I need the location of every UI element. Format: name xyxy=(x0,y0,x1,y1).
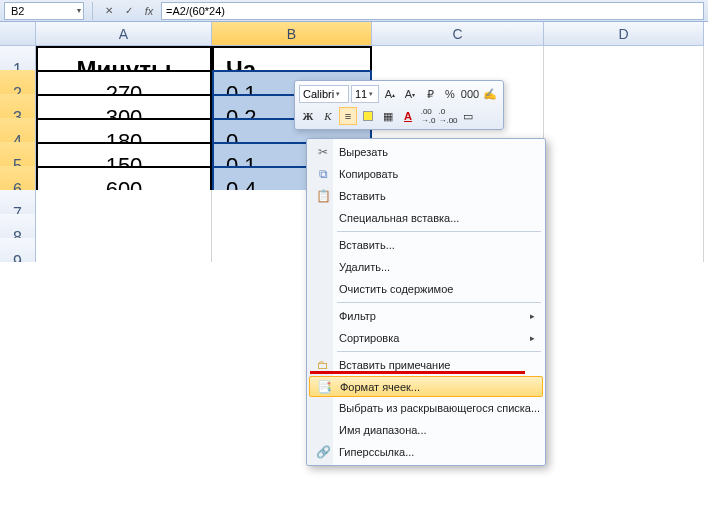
menu-paste-special-label: Специальная вставка... xyxy=(339,212,459,224)
fx-button[interactable]: fx xyxy=(141,3,157,19)
copy-icon: ⧉ xyxy=(313,166,333,182)
shrink-font-button[interactable]: A▾ xyxy=(401,85,419,103)
format-painter-button[interactable]: ✍ xyxy=(481,85,499,103)
align-center-button[interactable]: ≡ xyxy=(339,107,357,125)
percent-format-button[interactable]: % xyxy=(441,85,459,103)
col-header-A[interactable]: A xyxy=(36,22,212,46)
separator xyxy=(92,2,93,20)
cell-D9[interactable] xyxy=(544,238,704,262)
cancel-formula-button[interactable]: ✕ xyxy=(101,3,117,19)
blank-icon xyxy=(313,210,333,226)
italic-button[interactable]: К xyxy=(319,107,337,125)
menu-copy-label: Копировать xyxy=(339,168,398,180)
borders-button[interactable]: ▦ xyxy=(379,107,397,125)
menu-cut[interactable]: ✂Вырезать xyxy=(309,141,543,163)
fill-color-button[interactable] xyxy=(359,107,377,125)
blank-icon xyxy=(313,237,333,253)
menu-paste[interactable]: 📋Вставить xyxy=(309,185,543,207)
menu-insert-label: Вставить... xyxy=(339,239,395,251)
formula-input[interactable]: =A2/(60*24) xyxy=(161,2,704,20)
decrease-decimal-button[interactable]: .00→.0 xyxy=(419,107,437,125)
col-header-C[interactable]: C xyxy=(372,22,544,46)
menu-copy[interactable]: ⧉Копировать xyxy=(309,163,543,185)
font-size-selector[interactable]: 11 xyxy=(351,85,379,103)
accept-formula-button[interactable]: ✓ xyxy=(121,3,137,19)
menu-insert[interactable]: Вставить... xyxy=(309,234,543,256)
grow-font-button[interactable]: A▴ xyxy=(381,85,399,103)
select-all-corner[interactable] xyxy=(0,22,36,46)
cell-A9[interactable] xyxy=(36,238,212,262)
mini-toolbar: Calibri 11 A▴ A▾ ₽ % 000 ✍ Ж К ≡ ▦ А .00… xyxy=(294,80,504,130)
menu-paste-label: Вставить xyxy=(339,190,386,202)
bold-button[interactable]: Ж xyxy=(299,107,317,125)
menu-delete-label: Удалить... xyxy=(339,261,390,262)
merge-button[interactable]: ▭ xyxy=(459,107,477,125)
font-selector[interactable]: Calibri xyxy=(299,85,349,103)
increase-decimal-button[interactable]: .0→.00 xyxy=(439,107,457,125)
col-header-B[interactable]: B xyxy=(212,22,372,46)
menu-paste-special[interactable]: Специальная вставка... xyxy=(309,207,543,229)
blank-icon xyxy=(313,259,333,262)
comma-format-button[interactable]: 000 xyxy=(461,85,479,103)
formula-bar: B2 ✕ ✓ fx =A2/(60*24) xyxy=(0,0,708,22)
paste-icon: 📋 xyxy=(313,188,333,204)
menu-cut-label: Вырезать xyxy=(339,146,388,158)
context-menu: ✂Вырезать ⧉Копировать 📋Вставить Специаль… xyxy=(306,138,546,262)
name-box[interactable]: B2 xyxy=(4,2,84,20)
separator xyxy=(337,231,541,232)
menu-delete[interactable]: Удалить... xyxy=(309,256,543,262)
row-header-9[interactable]: 9 xyxy=(0,238,36,262)
scissors-icon: ✂ xyxy=(313,144,333,160)
font-color-button[interactable]: А xyxy=(399,107,417,125)
accounting-format-button[interactable]: ₽ xyxy=(421,85,439,103)
col-header-D[interactable]: D xyxy=(544,22,704,46)
